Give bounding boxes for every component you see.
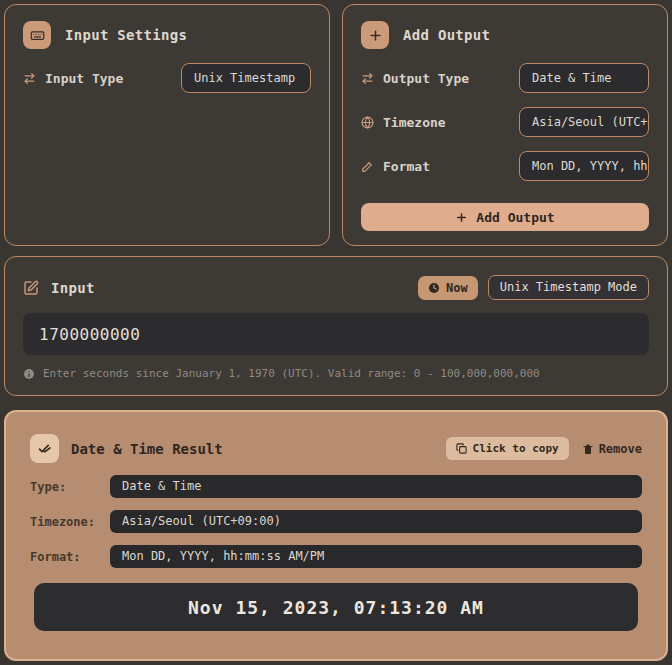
result-card: Date & Time Result Click to copy Remove … [4,410,668,661]
format-result-label: Format: [30,550,110,564]
settings-row: Input Settings Input Type Unix Timestamp… [4,4,668,242]
copy-button-label: Click to copy [473,442,559,455]
add-output-header: Add Output [361,21,649,49]
add-output-title: Add Output [403,27,490,43]
format-result-row: Format: Mon DD, YYYY, hh:mm:ss AM/PM [30,545,642,568]
input-hint-row: Enter seconds since January 1, 1970 (UTC… [23,367,649,380]
input-settings-title: Input Settings [65,27,187,43]
type-result-row: Type: Date & Time [30,475,642,498]
add-output-button-label: Add Output [476,210,554,225]
format-label: Format [361,159,430,174]
result-title: Date & Time Result [71,441,223,457]
output-type-select[interactable]: Date & Time [519,63,649,93]
copy-button[interactable]: Click to copy [446,437,569,460]
format-result-value: Mon DD, YYYY, hh:mm:ss AM/PM [110,545,642,568]
now-button-label: Now [446,281,468,295]
clock-icon [428,282,440,294]
swap-icon [361,72,374,85]
input-card-header: Input Now Unix Timestamp Mode [23,275,649,300]
timezone-result-row: Timezone: Asia/Seoul (UTC+09:00) [30,510,642,533]
input-settings-card: Input Settings Input Type Unix Timestamp [4,4,330,246]
input-type-label: Input Type [23,71,123,86]
timezone-result-value: Asia/Seoul (UTC+09:00) [110,510,642,533]
input-type-row: Input Type Unix Timestamp [23,63,311,93]
type-result-value: Date & Time [110,475,642,498]
timezone-label-text: Timezone [383,115,446,130]
remove-button[interactable]: Remove [582,442,642,456]
timezone-select[interactable]: Asia/Seoul (UTC+09:00) [519,107,649,137]
format-select[interactable]: Mon DD, YYYY, hh:mm:ss AM/PM [519,151,649,181]
timezone-result-label: Timezone: [30,515,110,529]
keyboard-icon [23,21,51,49]
timezone-label: Timezone [361,115,446,130]
output-type-label-text: Output Type [383,71,469,86]
input-type-label-text: Input Type [45,71,123,86]
swap-icon [23,72,36,85]
plus-icon [455,211,468,224]
format-label-text: Format [383,159,430,174]
result-title-wrap: Date & Time Result [30,434,223,463]
result-header: Date & Time Result Click to copy Remove [30,434,642,463]
input-title-wrap: Input [23,280,95,296]
input-type-select[interactable]: Unix Timestamp [181,63,311,93]
add-output-card: Add Output Output Type Date & Time Timez… [342,4,668,246]
add-output-button[interactable]: Add Output [361,203,649,231]
input-card-title: Input [51,280,95,296]
type-result-label: Type: [30,480,110,494]
edit-icon [23,280,39,296]
pencil-icon [361,160,374,173]
globe-icon [361,116,374,129]
trash-icon [582,443,594,455]
output-type-label: Output Type [361,71,469,86]
plus-icon [361,21,389,49]
info-icon [23,368,35,380]
copy-icon [456,443,467,454]
remove-button-label: Remove [599,442,642,456]
output-type-row: Output Type Date & Time [361,63,649,93]
input-settings-header: Input Settings [23,21,311,49]
now-button[interactable]: Now [418,276,478,300]
mode-badge: Unix Timestamp Mode [488,275,649,300]
result-actions: Click to copy Remove [446,437,642,460]
input-hint-text: Enter seconds since January 1, 1970 (UTC… [43,367,540,380]
input-header-actions: Now Unix Timestamp Mode [418,275,649,300]
timestamp-input[interactable] [23,313,649,355]
input-card: Input Now Unix Timestamp Mode Enter seco… [4,256,668,396]
timezone-row: Timezone Asia/Seoul (UTC+09:00) [361,107,649,137]
format-row: Format Mon DD, YYYY, hh:mm:ss AM/PM [361,151,649,181]
result-display[interactable]: Nov 15, 2023, 07:13:20 AM [34,583,638,631]
check-check-icon [30,434,59,463]
